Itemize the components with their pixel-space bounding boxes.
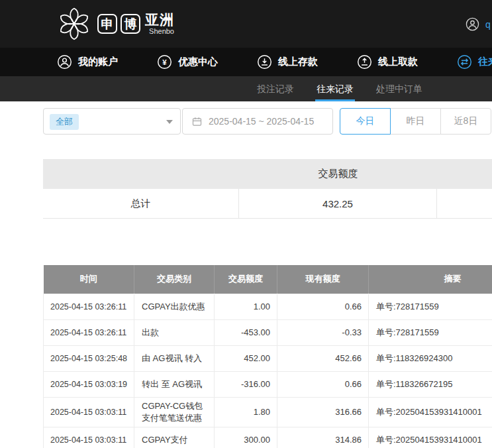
deposit-icon [257,54,272,70]
col-header-summary: 摘要 [369,265,492,294]
summary-total-value: 432.25 [239,189,437,218]
table-row: 2025-04-15 03:03:19 转出 至 AG视讯 -316.00 0.… [44,371,492,397]
summary-table: 交易额度 总计 432.25 [43,159,492,219]
cell-type: CGPAY支付 [134,427,215,448]
account-menu[interactable]: q [466,17,491,31]
table-row: 2025-04-15 03:26:11 CGPAY出款优惠 1.00 0.66 … [44,294,492,319]
nav-item-label: 优惠中心 [178,56,218,68]
cell-amount: 1.00 [215,294,277,319]
cell-time: 2025-04-15 03:03:19 [44,371,134,397]
cell-amount: 300.00 [215,427,277,448]
cell-amount: 1.80 [215,397,277,427]
top-header: 申 博 亚洲 Shenbo q [0,0,492,48]
category-selected-chip: 全部 [50,114,79,130]
col-header-type: 交易类别 [134,265,215,294]
today-button[interactable]: 今日 [340,108,391,135]
flower-logo-icon [56,5,93,42]
date-range-text: 2025-04-15 ~ 2025-04-15 [209,116,314,127]
logo-char-shen: 申 [97,14,117,34]
summary-header-empty-2 [437,159,492,189]
transactions-table: 时间 交易类别 交易额度 现有额度 摘要 2025-04-15 03:26:11… [43,265,492,448]
summary-total-empty [437,189,492,218]
summary-total-row: 总计 432.25 [43,189,492,219]
logo-char-bo: 博 [121,14,140,34]
brand-logo[interactable]: 申 博 亚洲 Shenbo [56,5,174,42]
logo-region-text: 亚洲 [145,12,174,27]
yesterday-button[interactable]: 昨日 [390,108,441,135]
cell-balance: 0.66 [277,294,369,319]
col-header-balance: 现有额度 [277,265,369,294]
user-avatar-icon [466,17,479,31]
cell-time: 2025-04-15 03:03:11 [44,397,134,427]
summary-total-label: 总计 [43,189,239,218]
col-header-amount: 交易额度 [215,265,277,294]
cell-type: 转出 至 AG视讯 [134,371,215,397]
date-range-picker[interactable]: 2025-04-15 ~ 2025-04-15 [182,108,333,135]
cell-balance: 0.66 [277,371,369,397]
calendar-icon [191,116,203,127]
cell-time: 2025-04-15 03:03:11 [44,427,134,448]
summary-header-amount: 交易额度 [239,159,437,189]
nav-item-label: 往来记录 [478,56,492,68]
tab-transaction-records[interactable]: 往来记录 [315,76,355,101]
nav-item-online-deposit[interactable]: 线上存款 [257,54,318,70]
col-header-time: 时间 [44,265,134,294]
cell-balance: -0.33 [277,319,369,345]
logo-subtitle: Shenbo [149,27,174,36]
cell-type: 由 AG视讯 转入 [134,345,215,371]
cell-summary: 单号:202504153931410001 [369,427,492,448]
cell-amount: -453.00 [215,319,277,345]
table-row: 2025-04-15 03:26:11 出款 -453.00 -0.33 单号:… [44,319,492,345]
nav-item-transactions[interactable]: 往来记录 [457,54,492,70]
cell-summary: 单号:728171559 [369,294,492,319]
filter-bar: 全部 2025-04-15 ~ 2025-04-15 今日 昨日 近8日 [0,108,492,135]
nav-item-label: 线上存款 [278,56,318,68]
cell-time: 2025-04-15 03:26:11 [44,294,134,319]
tab-processing-orders[interactable]: 处理中订单 [375,76,424,101]
nav-item-label: 线上取款 [378,56,418,68]
table-row: 2025-04-15 03:03:11 CGPAY支付 300.00 314.8… [44,427,492,448]
chevron-down-icon [166,120,173,124]
promo-icon: ¥ [157,54,172,70]
cell-summary: 单号:728171559 [369,319,492,345]
cell-type: 出款 [134,319,215,345]
table-row: 2025-04-15 03:25:48 由 AG视讯 转入 452.00 452… [44,345,492,371]
cell-summary: 单号:118326924300 [369,345,492,371]
cell-summary: 单号:202504153931410001 [369,397,492,427]
account-icon [57,54,72,70]
table-row: 2025-04-15 03:03:11 CGPAY-CG钱包支付笔笔送优惠 1.… [44,397,492,427]
table-header-row: 时间 交易类别 交易额度 现有额度 摘要 [44,265,492,294]
cell-time: 2025-04-15 03:26:11 [44,319,134,345]
nav-item-online-withdraw[interactable]: 线上取款 [357,54,418,70]
logo-region-wrap: 亚洲 Shenbo [145,12,174,36]
nav-item-my-account[interactable]: 我的账户 [57,54,118,70]
records-icon [457,54,472,70]
cell-type: CGPAY-CG钱包支付笔笔送优惠 [134,397,215,427]
cell-time: 2025-04-15 03:25:48 [44,345,134,371]
quick-date-buttons: 今日 昨日 近8日 [340,108,491,135]
nav-item-label: 我的账户 [78,56,118,68]
sub-nav: 投注记录 往来记录 处理中订单 [0,76,492,101]
category-select[interactable]: 全部 [43,108,181,135]
summary-header-row: 交易额度 [43,159,492,189]
cell-balance: 316.66 [277,397,369,427]
cell-balance: 314.86 [277,427,369,448]
username-text: q [485,19,491,30]
nav-item-promo-center[interactable]: ¥ 优惠中心 [157,54,218,70]
summary-header-empty [43,159,239,189]
tab-betting-records[interactable]: 投注记录 [256,76,295,101]
cell-type: CGPAY出款优惠 [134,294,215,319]
cell-balance: 452.66 [277,345,369,371]
last-8-days-button[interactable]: 近8日 [440,108,491,135]
cell-summary: 单号:118326672195 [369,371,492,397]
withdraw-icon [357,54,372,70]
main-nav: 我的账户 ¥ 优惠中心 线上存款 线上取款 往来记录 [0,48,492,76]
svg-text:¥: ¥ [162,58,167,66]
cell-amount: -316.00 [215,371,277,397]
cell-amount: 452.00 [215,345,277,371]
